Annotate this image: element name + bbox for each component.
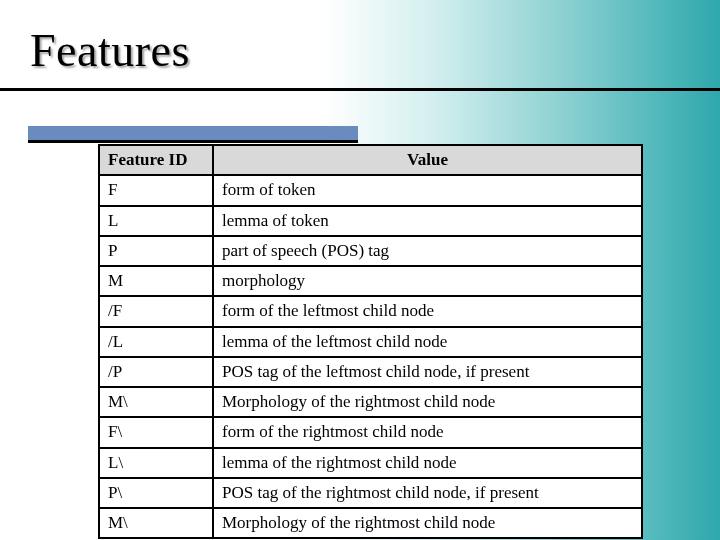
table-row: /Llemma of the leftmost child node [99, 327, 642, 357]
features-table: Feature ID Value Fform of tokenLlemma of… [98, 144, 643, 539]
cell-value: lemma of token [213, 206, 642, 236]
cell-value: part of speech (POS) tag [213, 236, 642, 266]
table-row: /PPOS tag of the leftmost child node, if… [99, 357, 642, 387]
cell-value: Morphology of the rightmost child node [213, 387, 642, 417]
col-header-feature-id: Feature ID [99, 145, 213, 175]
accent-bar [28, 126, 358, 140]
cell-value: lemma of the rightmost child node [213, 448, 642, 478]
cell-feature-id: M\ [99, 387, 213, 417]
table-row: Llemma of token [99, 206, 642, 236]
cell-value: POS tag of the leftmost child node, if p… [213, 357, 642, 387]
cell-feature-id: F\ [99, 417, 213, 447]
cell-feature-id: M [99, 266, 213, 296]
cell-feature-id: P [99, 236, 213, 266]
cell-feature-id: /F [99, 296, 213, 326]
cell-feature-id: L\ [99, 448, 213, 478]
page-title: Features [30, 24, 190, 77]
cell-value: form of token [213, 175, 642, 205]
cell-feature-id: P\ [99, 478, 213, 508]
divider-top [0, 88, 720, 91]
cell-feature-id: /P [99, 357, 213, 387]
table-row: Mmorphology [99, 266, 642, 296]
cell-feature-id: M\ [99, 508, 213, 538]
cell-value: form of the rightmost child node [213, 417, 642, 447]
table-row: F\form of the rightmost child node [99, 417, 642, 447]
table-row: P\POS tag of the rightmost child node, i… [99, 478, 642, 508]
cell-value: lemma of the leftmost child node [213, 327, 642, 357]
table-row: M\Morphology of the rightmost child node [99, 508, 642, 538]
table-row: /Fform of the leftmost child node [99, 296, 642, 326]
cell-value: Morphology of the rightmost child node [213, 508, 642, 538]
cell-value: morphology [213, 266, 642, 296]
cell-feature-id: L [99, 206, 213, 236]
table-row: Fform of token [99, 175, 642, 205]
cell-feature-id: /L [99, 327, 213, 357]
table-row: Ppart of speech (POS) tag [99, 236, 642, 266]
col-header-value: Value [213, 145, 642, 175]
cell-feature-id: F [99, 175, 213, 205]
table-header-row: Feature ID Value [99, 145, 642, 175]
table-row: L\lemma of the rightmost child node [99, 448, 642, 478]
cell-value: POS tag of the rightmost child node, if … [213, 478, 642, 508]
cell-value: form of the leftmost child node [213, 296, 642, 326]
table-row: M\Morphology of the rightmost child node [99, 387, 642, 417]
features-table-wrap: Feature ID Value Fform of tokenLlemma of… [98, 144, 643, 539]
